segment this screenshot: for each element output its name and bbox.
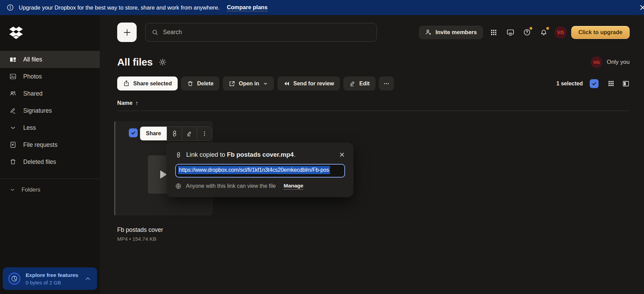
- bell-icon[interactable]: [538, 26, 550, 39]
- popover-footer: Anyone with this link can view the file …: [175, 183, 345, 190]
- sidebar-item-all-files[interactable]: All files: [0, 51, 100, 68]
- all-files-icon: [9, 56, 17, 63]
- avatar-initials: VG: [593, 60, 600, 65]
- ellipsis-icon: [383, 80, 390, 87]
- avatar-initials: VG: [557, 30, 564, 35]
- file-hover-toolbar: Share: [140, 126, 212, 141]
- sidebar-folders-toggle[interactable]: Folders: [0, 182, 100, 197]
- edit-label: Edit: [359, 81, 370, 87]
- compare-plans-link[interactable]: Compare plans: [227, 4, 268, 11]
- copied-file-name: Fb postads cover.mp4: [227, 151, 293, 158]
- storage-texts: Explore free features 0 bytes of 2 GB: [26, 272, 80, 285]
- storage-card[interactable]: Explore free features 0 bytes of 2 GB: [3, 267, 97, 290]
- file-edit-button[interactable]: [182, 127, 197, 140]
- link-copied-popover: Link copied to Fb postads cover.mp4. htt…: [166, 143, 353, 197]
- file-more-button[interactable]: [197, 127, 212, 140]
- file-share-button[interactable]: Share: [140, 127, 167, 140]
- selection-toolbar: Share selected Delete Open in: [117, 76, 630, 90]
- sidebar-item-signatures[interactable]: Signatures: [0, 102, 100, 119]
- sort-by-name-header[interactable]: Name ↑: [117, 100, 138, 106]
- page-title-row: All files VG Only you: [117, 56, 630, 68]
- main-area: Invite members: [100, 15, 644, 294]
- create-button[interactable]: [117, 23, 137, 42]
- help-icon[interactable]: [521, 26, 533, 39]
- page-title: All files: [117, 56, 153, 68]
- files-board: Share: [117, 111, 630, 261]
- select-all-checkbox[interactable]: [590, 79, 599, 88]
- sidebar-item-label: File requests: [23, 141, 57, 149]
- popover-header: Link copied to Fb postads cover.mp4.: [175, 151, 345, 158]
- storage-pie-icon: [8, 272, 21, 285]
- search-icon: [152, 29, 159, 36]
- access-note: Anyone with this link can view the file: [186, 183, 276, 189]
- link-icon: [175, 152, 182, 158]
- signature-pen-icon: [9, 107, 17, 114]
- search-bar[interactable]: [145, 23, 377, 42]
- popover-message: Link copied to Fb postads cover.mp4.: [186, 151, 296, 158]
- link-icon: [171, 130, 178, 137]
- header-row: Invite members: [117, 23, 630, 42]
- search-input[interactable]: [163, 29, 370, 36]
- storage-usage: 0 bytes of 2 GB: [26, 280, 80, 285]
- name-column-label: Name: [117, 100, 133, 106]
- sidebar-item-label: Shared: [23, 90, 42, 97]
- owner-avatar[interactable]: VG: [591, 56, 602, 68]
- more-actions-button[interactable]: [379, 76, 394, 90]
- sidebar-item-label: All files: [23, 56, 42, 63]
- file-request-icon: [9, 141, 17, 149]
- copy-link-button[interactable]: [167, 127, 182, 140]
- sidebar-item-label: Less: [23, 124, 36, 131]
- upgrade-button[interactable]: Click to upgrade: [571, 26, 630, 39]
- copied-link-field[interactable]: https://www.dropbox.com/scl/fi/1kf1n3t4c…: [175, 164, 345, 178]
- pencil-icon: [349, 80, 356, 87]
- edit-button[interactable]: Edit: [343, 76, 375, 90]
- play-icon: [160, 170, 167, 179]
- screen-share-icon[interactable]: [504, 26, 517, 39]
- sidebar: All files Photos Shared: [0, 15, 100, 294]
- manage-link[interactable]: Manage: [284, 183, 303, 190]
- folders-label: Folders: [22, 186, 40, 193]
- grid-view-icon[interactable]: [607, 80, 615, 87]
- sidebar-item-deleted-files[interactable]: Deleted files: [0, 153, 100, 170]
- dropbox-logo-icon[interactable]: [9, 27, 100, 39]
- message-suffix: .: [294, 151, 296, 158]
- title-right: VG Only you: [591, 56, 630, 68]
- sidebar-item-file-requests[interactable]: File requests: [0, 136, 100, 153]
- selection-count: 1 selected: [557, 81, 583, 87]
- file-checkbox[interactable]: [129, 128, 138, 137]
- sidebar-item-label: Signatures: [23, 107, 52, 114]
- send-for-review-button[interactable]: Send for review: [277, 76, 340, 90]
- upgrade-button-label: Click to upgrade: [578, 29, 622, 36]
- app-grid-icon[interactable]: [488, 26, 500, 39]
- pencil-icon: [186, 130, 193, 137]
- message-prefix: Link copied to: [186, 151, 227, 158]
- delete-button[interactable]: Delete: [181, 76, 219, 90]
- chevron-up-icon[interactable]: [84, 275, 92, 282]
- open-in-label: Open in: [239, 81, 259, 87]
- photos-icon: [9, 73, 17, 80]
- sidebar-item-label: Photos: [23, 73, 42, 80]
- sidebar-item-less[interactable]: Less: [0, 119, 100, 136]
- side-panel-icon[interactable]: [622, 80, 630, 87]
- gear-icon[interactable]: [159, 58, 167, 66]
- account-avatar[interactable]: VG: [554, 26, 567, 39]
- close-icon[interactable]: [339, 152, 345, 158]
- file-name: Fb postads cover: [117, 226, 163, 234]
- chevron-down-icon: [9, 186, 16, 193]
- trash-icon: [9, 158, 17, 166]
- sidebar-item-photos[interactable]: Photos: [0, 68, 100, 85]
- invite-members-button[interactable]: Invite members: [419, 26, 483, 39]
- banner-close-icon[interactable]: [639, 4, 644, 11]
- sort-ascending-icon: ↑: [135, 100, 138, 106]
- banner-message: Upgrade your Dropbox for the best way to…: [19, 4, 220, 11]
- share-upload-icon: [123, 80, 130, 87]
- sidebar-item-shared[interactable]: Shared: [0, 85, 100, 102]
- open-external-icon: [229, 80, 235, 87]
- share-selected-button[interactable]: Share selected: [117, 76, 178, 90]
- person-add-icon: [425, 29, 432, 36]
- chevron-down-icon: [263, 81, 268, 86]
- sidebar-nav: All files Photos Shared: [0, 51, 100, 170]
- share-selected-label: Share selected: [133, 81, 172, 87]
- open-in-button[interactable]: Open in: [223, 76, 274, 90]
- view-switchers: [607, 80, 630, 87]
